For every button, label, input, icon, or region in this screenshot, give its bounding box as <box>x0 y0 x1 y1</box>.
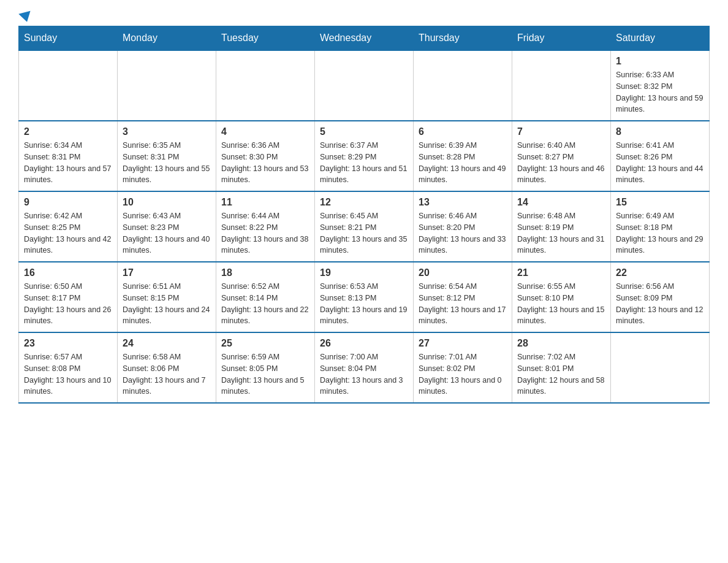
calendar-cell: 17Sunrise: 6:51 AM Sunset: 8:15 PM Dayli… <box>118 262 216 332</box>
column-header-sunday: Sunday <box>19 26 118 51</box>
calendar-cell: 4Sunrise: 6:36 AM Sunset: 8:30 PM Daylig… <box>216 121 315 191</box>
calendar-cell: 5Sunrise: 6:37 AM Sunset: 8:29 PM Daylig… <box>315 121 414 191</box>
day-info: Sunrise: 6:59 AM Sunset: 8:05 PM Dayligh… <box>221 351 309 397</box>
calendar-cell: 10Sunrise: 6:43 AM Sunset: 8:23 PM Dayli… <box>118 191 216 262</box>
day-info: Sunrise: 6:54 AM Sunset: 8:12 PM Dayligh… <box>419 281 507 327</box>
logo-triangle-icon <box>18 11 32 24</box>
calendar-cell: 7Sunrise: 6:40 AM Sunset: 8:27 PM Daylig… <box>512 121 611 191</box>
day-number: 10 <box>123 197 211 208</box>
column-header-friday: Friday <box>512 26 611 51</box>
logo <box>18 12 32 20</box>
calendar-cell: 6Sunrise: 6:39 AM Sunset: 8:28 PM Daylig… <box>414 121 512 191</box>
calendar-table: SundayMondayTuesdayWednesdayThursdayFrid… <box>18 26 710 404</box>
day-number: 1 <box>616 56 704 67</box>
day-number: 13 <box>419 197 507 208</box>
day-info: Sunrise: 6:49 AM Sunset: 8:18 PM Dayligh… <box>616 210 704 256</box>
calendar-week-5: 23Sunrise: 6:57 AM Sunset: 8:08 PM Dayli… <box>19 332 710 403</box>
day-number: 8 <box>616 126 704 137</box>
day-number: 21 <box>517 267 605 278</box>
day-info: Sunrise: 6:46 AM Sunset: 8:20 PM Dayligh… <box>419 210 507 256</box>
day-number: 14 <box>517 197 605 208</box>
calendar-week-4: 16Sunrise: 6:50 AM Sunset: 8:17 PM Dayli… <box>19 262 710 332</box>
day-info: Sunrise: 6:57 AM Sunset: 8:08 PM Dayligh… <box>24 351 112 397</box>
calendar-week-2: 2Sunrise: 6:34 AM Sunset: 8:31 PM Daylig… <box>19 121 710 191</box>
calendar-cell: 19Sunrise: 6:53 AM Sunset: 8:13 PM Dayli… <box>315 262 414 332</box>
calendar-cell <box>414 50 512 121</box>
column-header-tuesday: Tuesday <box>216 26 315 51</box>
day-info: Sunrise: 6:34 AM Sunset: 8:31 PM Dayligh… <box>24 140 112 186</box>
day-number: 27 <box>419 338 507 349</box>
day-info: Sunrise: 6:40 AM Sunset: 8:27 PM Dayligh… <box>517 140 605 186</box>
day-info: Sunrise: 6:33 AM Sunset: 8:32 PM Dayligh… <box>616 69 704 115</box>
calendar-cell: 12Sunrise: 6:45 AM Sunset: 8:21 PM Dayli… <box>315 191 414 262</box>
day-info: Sunrise: 6:37 AM Sunset: 8:29 PM Dayligh… <box>320 140 408 186</box>
day-number: 26 <box>320 338 408 349</box>
calendar-cell <box>315 50 414 121</box>
day-number: 25 <box>221 338 309 349</box>
calendar-cell: 11Sunrise: 6:44 AM Sunset: 8:22 PM Dayli… <box>216 191 315 262</box>
day-number: 28 <box>517 338 605 349</box>
day-number: 12 <box>320 197 408 208</box>
day-info: Sunrise: 6:43 AM Sunset: 8:23 PM Dayligh… <box>123 210 211 256</box>
day-info: Sunrise: 7:02 AM Sunset: 8:01 PM Dayligh… <box>517 351 605 397</box>
day-number: 6 <box>419 126 507 137</box>
page-header <box>18 12 710 20</box>
day-number: 15 <box>616 197 704 208</box>
calendar-cell: 23Sunrise: 6:57 AM Sunset: 8:08 PM Dayli… <box>19 332 118 403</box>
day-number: 16 <box>24 267 112 278</box>
calendar-cell: 27Sunrise: 7:01 AM Sunset: 8:02 PM Dayli… <box>414 332 512 403</box>
calendar-header-row: SundayMondayTuesdayWednesdayThursdayFrid… <box>19 26 710 51</box>
day-number: 5 <box>320 126 408 137</box>
day-number: 18 <box>221 267 309 278</box>
day-info: Sunrise: 6:51 AM Sunset: 8:15 PM Dayligh… <box>123 281 211 327</box>
day-number: 17 <box>123 267 211 278</box>
calendar-week-1: 1Sunrise: 6:33 AM Sunset: 8:32 PM Daylig… <box>19 50 710 121</box>
calendar-cell: 1Sunrise: 6:33 AM Sunset: 8:32 PM Daylig… <box>611 50 710 121</box>
calendar-cell: 25Sunrise: 6:59 AM Sunset: 8:05 PM Dayli… <box>216 332 315 403</box>
day-info: Sunrise: 6:35 AM Sunset: 8:31 PM Dayligh… <box>123 140 211 186</box>
day-info: Sunrise: 6:41 AM Sunset: 8:26 PM Dayligh… <box>616 140 704 186</box>
calendar-cell: 18Sunrise: 6:52 AM Sunset: 8:14 PM Dayli… <box>216 262 315 332</box>
day-info: Sunrise: 7:01 AM Sunset: 8:02 PM Dayligh… <box>419 351 507 397</box>
calendar-cell: 16Sunrise: 6:50 AM Sunset: 8:17 PM Dayli… <box>19 262 118 332</box>
calendar-cell: 14Sunrise: 6:48 AM Sunset: 8:19 PM Dayli… <box>512 191 611 262</box>
calendar-cell: 24Sunrise: 6:58 AM Sunset: 8:06 PM Dayli… <box>118 332 216 403</box>
calendar-cell: 22Sunrise: 6:56 AM Sunset: 8:09 PM Dayli… <box>611 262 710 332</box>
day-info: Sunrise: 6:48 AM Sunset: 8:19 PM Dayligh… <box>517 210 605 256</box>
calendar-cell: 2Sunrise: 6:34 AM Sunset: 8:31 PM Daylig… <box>19 121 118 191</box>
calendar-cell: 20Sunrise: 6:54 AM Sunset: 8:12 PM Dayli… <box>414 262 512 332</box>
calendar-week-3: 9Sunrise: 6:42 AM Sunset: 8:25 PM Daylig… <box>19 191 710 262</box>
calendar-cell <box>512 50 611 121</box>
calendar-cell: 13Sunrise: 6:46 AM Sunset: 8:20 PM Dayli… <box>414 191 512 262</box>
calendar-cell <box>216 50 315 121</box>
calendar-cell: 9Sunrise: 6:42 AM Sunset: 8:25 PM Daylig… <box>19 191 118 262</box>
day-info: Sunrise: 6:44 AM Sunset: 8:22 PM Dayligh… <box>221 210 309 256</box>
day-info: Sunrise: 6:56 AM Sunset: 8:09 PM Dayligh… <box>616 281 704 327</box>
calendar-cell: 28Sunrise: 7:02 AM Sunset: 8:01 PM Dayli… <box>512 332 611 403</box>
day-info: Sunrise: 7:00 AM Sunset: 8:04 PM Dayligh… <box>320 351 408 397</box>
day-info: Sunrise: 6:53 AM Sunset: 8:13 PM Dayligh… <box>320 281 408 327</box>
day-info: Sunrise: 6:45 AM Sunset: 8:21 PM Dayligh… <box>320 210 408 256</box>
day-number: 11 <box>221 197 309 208</box>
day-info: Sunrise: 6:50 AM Sunset: 8:17 PM Dayligh… <box>24 281 112 327</box>
day-number: 3 <box>123 126 211 137</box>
column-header-wednesday: Wednesday <box>315 26 414 51</box>
day-number: 2 <box>24 126 112 137</box>
calendar-cell: 21Sunrise: 6:55 AM Sunset: 8:10 PM Dayli… <box>512 262 611 332</box>
calendar-cell <box>19 50 118 121</box>
day-number: 24 <box>123 338 211 349</box>
calendar-cell: 15Sunrise: 6:49 AM Sunset: 8:18 PM Dayli… <box>611 191 710 262</box>
day-number: 7 <box>517 126 605 137</box>
calendar-cell <box>611 332 710 403</box>
day-info: Sunrise: 6:55 AM Sunset: 8:10 PM Dayligh… <box>517 281 605 327</box>
day-info: Sunrise: 6:58 AM Sunset: 8:06 PM Dayligh… <box>123 351 211 397</box>
day-number: 22 <box>616 267 704 278</box>
calendar-cell: 3Sunrise: 6:35 AM Sunset: 8:31 PM Daylig… <box>118 121 216 191</box>
day-info: Sunrise: 6:42 AM Sunset: 8:25 PM Dayligh… <box>24 210 112 256</box>
calendar-cell <box>118 50 216 121</box>
column-header-monday: Monday <box>118 26 216 51</box>
column-header-saturday: Saturday <box>611 26 710 51</box>
day-info: Sunrise: 6:36 AM Sunset: 8:30 PM Dayligh… <box>221 140 309 186</box>
calendar-cell: 26Sunrise: 7:00 AM Sunset: 8:04 PM Dayli… <box>315 332 414 403</box>
day-number: 23 <box>24 338 112 349</box>
